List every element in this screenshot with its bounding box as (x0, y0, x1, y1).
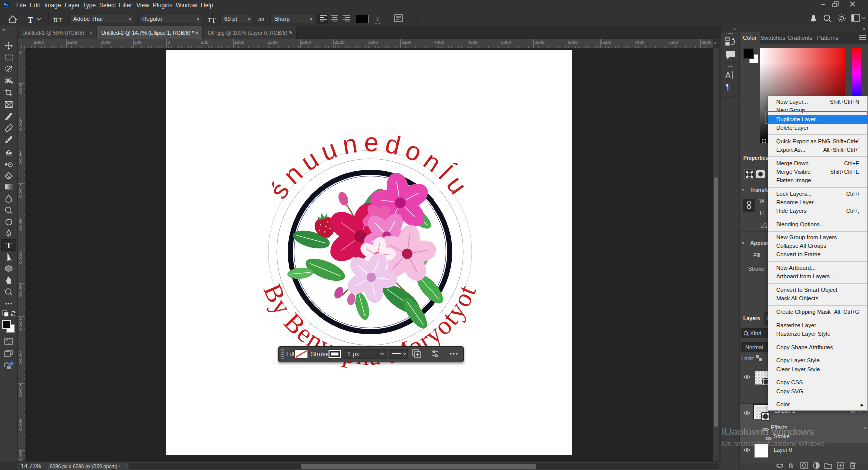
svg-text:fx: fx (789, 462, 794, 469)
svg-text:⇅T: ⇅T (53, 16, 62, 24)
svg-text:A: A (725, 71, 731, 80)
svg-text:¶: ¶ (726, 83, 730, 91)
svg-text:T: T (6, 241, 12, 250)
svg-text:Stroke: Stroke (311, 351, 329, 358)
svg-text:T: T (376, 15, 380, 22)
svg-text:T: T (208, 17, 211, 23)
svg-text:aa: aa (258, 16, 264, 23)
svg-text:T: T (28, 16, 33, 24)
svg-text:Fill: Fill (286, 351, 294, 358)
svg-text:1 px: 1 px (347, 351, 359, 358)
